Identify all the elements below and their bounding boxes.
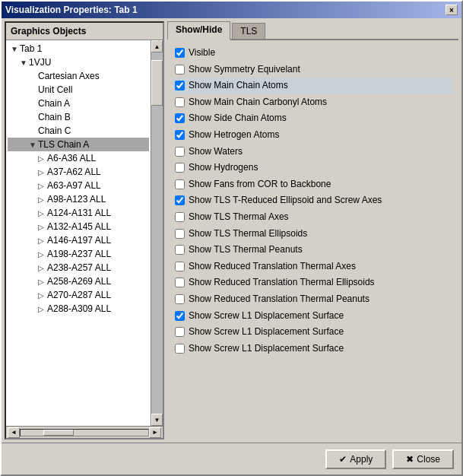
apply-label: Apply <box>350 454 373 465</box>
tree-item-chainB[interactable]: Chain B <box>8 110 149 124</box>
tree-label: A37-A62 ALL <box>47 167 101 177</box>
checkbox-tls_t_reduced[interactable] <box>175 195 185 205</box>
checkbox-label-side_chain: Show Side Chain Atoms <box>189 113 287 125</box>
tree-item-a288[interactable]: ▷A288-A309 ALL <box>8 302 149 316</box>
checkbox-reduced_trans_ellipsoids[interactable] <box>175 278 185 287</box>
checkbox-tls_thermal_ellipsoids[interactable] <box>175 229 185 239</box>
tree-arrow: ▷ <box>38 182 47 190</box>
checkbox-row-tls_t_reduced: Show TLS T-Reduced Ellipsoid and Screw A… <box>173 192 452 209</box>
scroll-right-button[interactable]: ► <box>149 427 161 438</box>
checkbox-label-screw_l1_3: Show Screw L1 Displacement Surface <box>189 343 344 355</box>
tree-label: A98-A123 ALL <box>47 194 106 205</box>
tree-item-tab1[interactable]: ▼Tab 1 <box>8 42 149 56</box>
checkbox-main_chain[interactable] <box>175 81 185 90</box>
tree-label: Tab 1 <box>20 43 42 54</box>
apply-button[interactable]: ✔ Apply <box>325 449 386 469</box>
checkbox-label-carbonyl: Show Main Chain Carbonyl Atoms <box>189 97 327 109</box>
tree-item-a63[interactable]: ▷A63-A97 ALL <box>8 179 149 192</box>
tree-label: A288-A309 ALL <box>47 303 111 314</box>
tree-label: TLS Chain A <box>38 139 89 150</box>
tree-item-unitcell[interactable]: Unit Cell <box>8 83 149 97</box>
main-window: Visualization Properties: Tab 1 × Graphi… <box>0 0 463 476</box>
checkbox-row-reduced_trans_peanuts: Show Reduced Translation Thermal Peanuts <box>173 291 452 308</box>
checkbox-label-screw_l1_2: Show Screw L1 Displacement Surface <box>189 326 344 338</box>
scroll-thumb[interactable] <box>151 60 163 106</box>
tree-item-a198[interactable]: ▷A198-A237 ALL <box>8 247 149 261</box>
horizontal-scrollbar[interactable]: ◄ ► <box>6 426 163 438</box>
tree-arrow: ▷ <box>38 168 47 176</box>
scroll-down-button[interactable]: ▼ <box>151 414 163 426</box>
tree-item-chainA[interactable]: Chain A <box>8 97 149 110</box>
checkbox-label-tls_thermal_axes: Show TLS Thermal Axes <box>189 211 289 224</box>
checkbox-label-waters: Show Waters <box>189 146 243 158</box>
checkbox-screw_l1_2[interactable] <box>175 327 185 337</box>
right-panel: Show/HideTLS VisibleShow Symmetry Equive… <box>167 21 458 440</box>
window-close-button[interactable]: × <box>446 5 458 15</box>
checkbox-tls_thermal_axes[interactable] <box>175 212 185 222</box>
tree-arrow-placeholder <box>29 113 38 122</box>
checkbox-screw_l1_1[interactable] <box>175 311 185 321</box>
bottom-bar: ✔ Apply ✖ Close <box>2 443 461 474</box>
close-label: Close <box>417 454 440 465</box>
tree-container[interactable]: ▼Tab 1▼1VJU Cartesian Axes Unit Cell Cha… <box>6 40 151 426</box>
tree-label: A6-A36 ALL <box>47 153 96 163</box>
tree-item-a98[interactable]: ▷A98-A123 ALL <box>8 192 149 206</box>
tree-label: Cartesian Axes <box>38 71 100 81</box>
h-scroll-thumb[interactable] <box>43 430 74 436</box>
checkbox-hydrogens[interactable] <box>175 163 185 173</box>
checkbox-reduced_trans_peanuts[interactable] <box>175 294 185 304</box>
tree-item-a6[interactable]: ▷A6-A36 ALL <box>8 151 149 165</box>
checkbox-side_chain[interactable] <box>175 113 185 123</box>
tree-item-chainC[interactable]: Chain C <box>8 124 149 138</box>
tree-arrow: ▷ <box>38 154 47 163</box>
tree-item-a258[interactable]: ▷A258-A269 ALL <box>8 274 149 288</box>
left-scrollbar[interactable]: ▲ ▼ <box>151 40 163 426</box>
tree-label: A238-A257 ALL <box>47 262 111 273</box>
scroll-left-button[interactable]: ◄ <box>8 427 20 438</box>
tree-item-a146[interactable]: ▷A146-A197 ALL <box>8 233 149 247</box>
checkbox-symm[interactable] <box>175 65 185 75</box>
checkbox-hetrogen[interactable] <box>175 130 185 140</box>
scroll-up-button[interactable]: ▲ <box>151 40 163 52</box>
title-bar: Visualization Properties: Tab 1 × <box>2 2 461 18</box>
checkbox-label-tls_thermal_peanuts: Show TLS Thermal Peanuts <box>189 244 303 256</box>
checkbox-label-symm: Show Symmetry Equivelant <box>189 64 300 76</box>
tree-label: Chain C <box>38 125 71 136</box>
tree-item-tlsChainA[interactable]: ▼TLS Chain A <box>8 138 149 151</box>
tree-item-a270[interactable]: ▷A270-A287 ALL <box>8 288 149 302</box>
tree-item-a238[interactable]: ▷A238-A257 ALL <box>8 261 149 274</box>
tree-item-cartesian[interactable]: Cartesian Axes <box>8 69 149 83</box>
checkbox-screw_l1_3[interactable] <box>175 344 185 354</box>
checkbox-reduced_trans_axes[interactable] <box>175 262 185 271</box>
tab-showhide[interactable]: Show/Hide <box>167 21 230 40</box>
checkbox-row-tls_thermal_ellipsoids: Show TLS Thermal Ellipsoids <box>173 226 452 243</box>
tree-item-a124[interactable]: ▷A124-A131 ALL <box>8 206 149 220</box>
checkbox-row-screw_l1_1: Show Screw L1 Displacement Surface <box>173 308 452 325</box>
checkbox-label-visible: Visible <box>189 47 215 59</box>
tree-item-1vju[interactable]: ▼1VJU <box>8 56 149 69</box>
tree-item-a132[interactable]: ▷A132-A145 ALL <box>8 220 149 233</box>
checkbox-row-tls_thermal_peanuts: Show TLS Thermal Peanuts <box>173 242 452 259</box>
tab-tls[interactable]: TLS <box>232 23 265 39</box>
checkbox-row-symm: Show Symmetry Equivelant <box>173 62 452 78</box>
checkbox-visible[interactable] <box>175 48 185 58</box>
tree-item-a37[interactable]: ▷A37-A62 ALL <box>8 165 149 179</box>
checkbox-waters[interactable] <box>175 147 185 157</box>
close-button[interactable]: ✖ Close <box>392 449 454 469</box>
tree-arrow-placeholder <box>29 86 38 94</box>
checkbox-fans[interactable] <box>175 179 185 189</box>
checkbox-row-carbonyl: Show Main Chain Carbonyl Atoms <box>173 94 452 111</box>
tree-label: A258-A269 ALL <box>47 276 111 287</box>
tree-arrow: ▷ <box>38 250 47 259</box>
checkbox-label-screw_l1_1: Show Screw L1 Displacement Surface <box>189 310 344 322</box>
checkbox-tls_thermal_peanuts[interactable] <box>175 245 185 255</box>
checkbox-carbonyl[interactable] <box>175 97 185 107</box>
checkbox-row-reduced_trans_axes: Show Reduced Translation Thermal Axes <box>173 259 452 275</box>
tab-bar: Show/HideTLS <box>167 21 458 40</box>
checkbox-row-reduced_trans_ellipsoids: Show Reduced Translation Thermal Ellipso… <box>173 274 452 291</box>
tree-arrow-placeholder <box>29 100 38 108</box>
checkbox-label-reduced_trans_ellipsoids: Show Reduced Translation Thermal Ellipso… <box>189 277 375 289</box>
graphics-objects-header: Graphics Objects <box>6 23 163 40</box>
tree-arrow: ▷ <box>38 305 47 313</box>
tree-label: A270-A287 ALL <box>47 290 111 300</box>
